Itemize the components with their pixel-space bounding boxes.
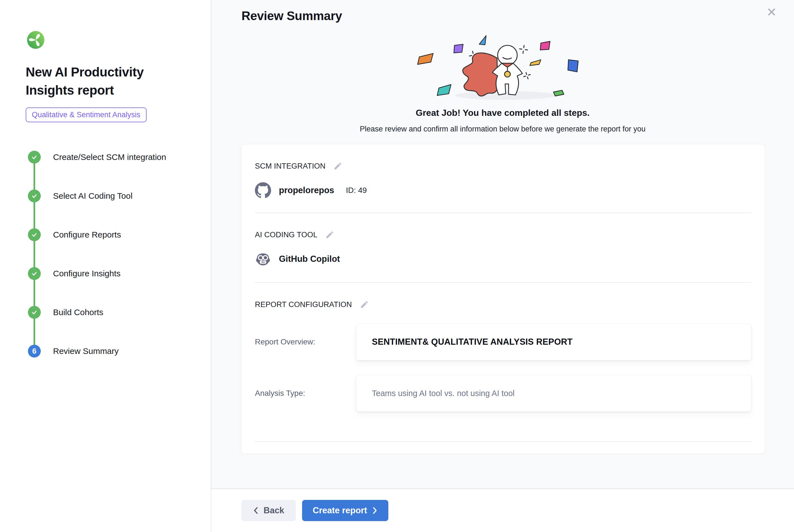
chevron-left-icon <box>253 506 259 515</box>
edit-report-config-icon[interactable] <box>360 300 369 309</box>
wizard-stepper: Create/Select SCM integration Select AI … <box>28 138 211 370</box>
step-select-ai-coding-tool[interactable]: Select AI Coding Tool <box>28 177 211 215</box>
step-configure-insights[interactable]: Configure Insights <box>28 254 211 293</box>
completion-hero: Great Job! You have completed all steps.… <box>211 33 794 133</box>
back-button[interactable]: Back <box>241 500 296 521</box>
analysis-type-value-box: Teams using AI tool vs. not using AI too… <box>356 375 751 412</box>
step-label: Build Cohorts <box>53 308 103 317</box>
edit-scm-icon[interactable] <box>333 162 342 171</box>
create-report-button[interactable]: Create report <box>302 500 388 521</box>
step-review-summary[interactable]: 6 Review Summary <box>28 332 211 370</box>
wizard-type-badge: Qualitative & Sentiment Analysis <box>26 108 147 122</box>
wizard-footer: Back Create report <box>211 489 794 532</box>
check-circle-icon <box>28 151 41 164</box>
report-overview-label: Report Overview: <box>255 338 356 346</box>
check-circle-icon <box>28 228 41 241</box>
analysis-type-value: Teams using AI tool vs. not using AI too… <box>372 389 514 398</box>
scm-section-heading: SCM INTEGRATION <box>255 162 325 171</box>
ai-tool-name: GitHub Copilot <box>279 254 340 264</box>
step-build-cohorts[interactable]: Build Cohorts <box>28 293 211 332</box>
section-divider <box>255 441 751 442</box>
report-overview-value: SENTIMENT& QUALITATIVE ANALYSIS REPORT <box>372 337 573 347</box>
summary-card: SCM INTEGRATION propelorepos ID: 49 AI C… <box>241 144 765 454</box>
scm-integration-name: propelorepos <box>279 185 334 195</box>
report-config-section-heading: REPORT CONFIGURATION <box>255 300 352 309</box>
analysis-type-label: Analysis Type: <box>255 389 356 398</box>
review-summary-panel: Review Summary ✕ <box>211 0 794 532</box>
section-divider <box>255 282 751 283</box>
chevron-right-icon <box>372 506 378 515</box>
github-copilot-icon <box>255 251 271 267</box>
close-icon[interactable]: ✕ <box>767 6 777 18</box>
step-configure-reports[interactable]: Configure Reports <box>28 215 211 254</box>
step-label: Review Summary <box>53 346 119 356</box>
completion-heading: Great Job! You have completed all steps. <box>211 108 794 118</box>
step-label: Create/Select SCM integration <box>53 152 166 162</box>
report-overview-value-box: SENTIMENT& QUALITATIVE ANALYSIS REPORT <box>356 323 751 360</box>
completion-subheading: Please review and confirm all informatio… <box>211 125 794 133</box>
ai-tool-section-heading: AI CODING TOOL <box>255 231 318 239</box>
celebration-illustration <box>411 33 595 103</box>
check-circle-icon <box>28 306 41 319</box>
check-circle-icon <box>28 267 41 280</box>
step-create-select-scm[interactable]: Create/Select SCM integration <box>28 138 211 177</box>
check-circle-icon <box>28 190 41 202</box>
step-label: Configure Insights <box>53 269 120 278</box>
step-label: Configure Reports <box>53 230 121 240</box>
wizard-title: New AI Productivity Insights report <box>26 63 171 100</box>
step-number-badge: 6 <box>28 345 41 358</box>
wizard-sidebar: New AI Productivity Insights report Qual… <box>0 0 211 532</box>
scm-integration-id: ID: 49 <box>346 186 367 195</box>
github-icon <box>255 182 271 198</box>
section-divider <box>255 212 751 213</box>
edit-ai-tool-icon[interactable] <box>325 230 334 239</box>
propelo-logo-icon <box>26 31 45 49</box>
step-label: Select AI Coding Tool <box>53 191 133 201</box>
page-title: Review Summary <box>242 9 342 23</box>
